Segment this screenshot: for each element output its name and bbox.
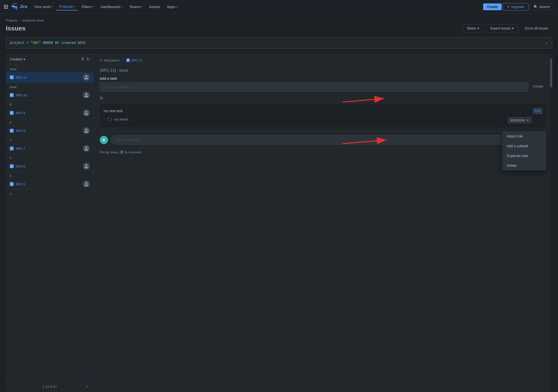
nav-dashboards[interactable]: Dashboards ▾	[98, 3, 125, 10]
issue-item-src6[interactable]: SRC-6	[6, 161, 94, 172]
pagination-text: 1-11 of 11	[43, 385, 57, 388]
list-header: Created ▾ ⇅ ↻	[6, 53, 94, 65]
search-button[interactable]: 🔍 Search	[529, 3, 554, 10]
refresh-icon[interactable]: ↻	[87, 57, 90, 61]
scrollbar-thumb[interactable]	[550, 58, 552, 88]
search-icon: 🔍	[534, 5, 538, 9]
issue-key-src7: SRC-7	[16, 147, 25, 150]
group-label-2: issue	[6, 83, 94, 90]
nav-apps[interactable]: Apps ▾	[164, 3, 180, 10]
issue-checkbox-src10[interactable]	[10, 93, 14, 97]
filter-created-button[interactable]: Created ▾	[10, 57, 25, 61]
pencil-icon: ✏	[100, 59, 102, 62]
group-label-5: 5	[6, 172, 94, 179]
issue-item-left-5: SRC-5	[10, 182, 25, 186]
task-menu-button[interactable]: •••	[533, 108, 542, 114]
chevron-down-icon: ▾	[92, 5, 94, 8]
menu-item-duplicate-task[interactable]: Duplicate task	[502, 151, 546, 161]
add-parent-button[interactable]: ✏ Add parent	[100, 59, 120, 62]
top-navigation: Jira Your work ▾ Projects ▾ Filters ▾ Da…	[0, 0, 558, 14]
task-input[interactable]	[100, 82, 528, 92]
menu-item-add-subtask[interactable]: Add a subtask	[502, 141, 546, 151]
breadcrumb-projects-link[interactable]: Projects	[6, 19, 17, 22]
jql-keyword-project: project	[10, 41, 24, 45]
issue-group-6: 6 SRC-6	[6, 154, 94, 172]
group-label-9: 9	[6, 101, 94, 108]
export-button[interactable]: Export issues ▾	[486, 24, 518, 32]
create-button[interactable]: Create	[483, 3, 502, 10]
jira-logo[interactable]: Jira	[11, 3, 27, 10]
upgrade-button[interactable]: ✦ Upgrade	[503, 3, 528, 10]
menu-item-attach-file[interactable]: Attach File	[502, 131, 546, 141]
issue-checkbox-src5[interactable]	[10, 182, 14, 186]
issue-item-src7[interactable]: SRC-7	[6, 143, 94, 154]
issue-item-left-8: SRC-8	[10, 129, 25, 133]
pro-tip-key: M	[119, 150, 124, 155]
issue-item-left-6: SRC-6	[10, 164, 25, 168]
issue-key-src9: SRC-9	[16, 111, 25, 115]
issue-key-src10: SRC-10	[16, 93, 27, 97]
all-issues-button[interactable]: Go to all issues	[521, 24, 552, 32]
page-title: Issues	[6, 25, 26, 32]
pagination-prev-button[interactable]: ‹	[10, 383, 15, 390]
issue-link-src11[interactable]: SRC-11	[126, 59, 142, 62]
group-label-1: issue	[6, 65, 94, 72]
breadcrumb-separator: /	[19, 19, 20, 22]
task-status-circle[interactable]	[107, 117, 112, 121]
issue-item-src9[interactable]: SRC-9	[6, 108, 94, 118]
bullet-icon: •	[104, 117, 105, 121]
chevron-down-icon: ▾	[477, 26, 479, 30]
pagination-next-button[interactable]: ›	[85, 383, 90, 390]
issue-checkbox-src7[interactable]	[10, 147, 14, 150]
sort-icon[interactable]: ⇅	[81, 57, 84, 61]
avatar-src7	[83, 145, 90, 152]
jql-query: project = "SRC" ORDER BY created DESC	[10, 41, 86, 45]
issue-detail-panel: ✏ Add parent / SRC-11 [SRC-11] - issue A…	[94, 53, 552, 392]
scrollbar-track	[550, 53, 552, 392]
avatar-src6	[83, 163, 90, 170]
issue-key-src5: SRC-5	[16, 182, 25, 186]
list-footer: ‹ 1-11 of 11 ›	[6, 381, 94, 392]
jql-bar[interactable]: project = "SRC" ORDER BY created DESC ›	[6, 37, 552, 49]
menu-item-delete[interactable]: Delete	[502, 161, 546, 170]
issue-item-src5[interactable]: SRC-5	[6, 179, 94, 190]
nav-your-work[interactable]: Your work ▾	[31, 3, 55, 10]
task-create-button[interactable]: Create	[530, 82, 546, 92]
group-label-7: 7	[6, 136, 94, 143]
issue-key-src6: SRC-6	[16, 165, 25, 168]
issue-checkbox-src8[interactable]	[10, 129, 14, 133]
issues-list-panel: Created ▾ ⇅ ↻ issue SRC-11	[6, 53, 94, 392]
date-close-button[interactable]: ✕	[526, 118, 529, 122]
jql-arrow-icon[interactable]: ›	[545, 40, 548, 45]
task-detail-text: my details	[114, 118, 129, 121]
issue-item-src10[interactable]: SRC-10	[6, 90, 94, 101]
grid-icon[interactable]	[4, 5, 8, 9]
refresh-button[interactable]: ↻	[100, 96, 546, 101]
nav-assets[interactable]: Assets	[146, 3, 163, 10]
issue-key-src8: SRC-8	[16, 129, 25, 133]
task-title: my new task	[104, 109, 123, 113]
task-card: my new task ••• • my details 8/30/2024 ✕	[100, 104, 546, 127]
context-menu: Attach File Add a subtask Duplicate task…	[502, 131, 546, 170]
nav-teams[interactable]: Teams ▾	[126, 3, 145, 10]
nav-filters[interactable]: Filters ▾	[79, 3, 97, 10]
comment-input[interactable]: Add a comment...	[111, 135, 546, 145]
issue-group-5: 5 SRC-5	[6, 172, 94, 190]
issue-detail-header: ✏ Add parent / SRC-11	[100, 58, 546, 65]
main-content: Projects / response cloud Issues Share ▾…	[0, 14, 558, 392]
issue-checkbox-src11[interactable]	[10, 75, 14, 79]
issue-checkbox-src6[interactable]	[10, 164, 14, 168]
chevron-down-icon: ▾	[176, 5, 178, 8]
task-date: 8/30/2024	[510, 118, 525, 122]
issue-item-src8[interactable]: SRC-8	[6, 125, 94, 136]
issue-checkbox-src9[interactable]	[10, 111, 14, 115]
header-actions: Share ▾ Export issues ▾ Go to all issues	[463, 24, 552, 32]
task-date-badge: 8/30/2024 ✕	[508, 117, 532, 123]
avatar-src8	[83, 127, 90, 134]
issue-item-src11[interactable]: SRC-11	[6, 72, 94, 83]
issue-group-7: 7 SRC-7	[6, 136, 94, 154]
pro-tip: Pro tip: press M to comment	[100, 148, 546, 156]
share-button[interactable]: Share ▾	[463, 24, 483, 32]
issue-group-1: issue SRC-11	[6, 65, 94, 83]
nav-projects[interactable]: Projects ▾	[56, 3, 78, 10]
